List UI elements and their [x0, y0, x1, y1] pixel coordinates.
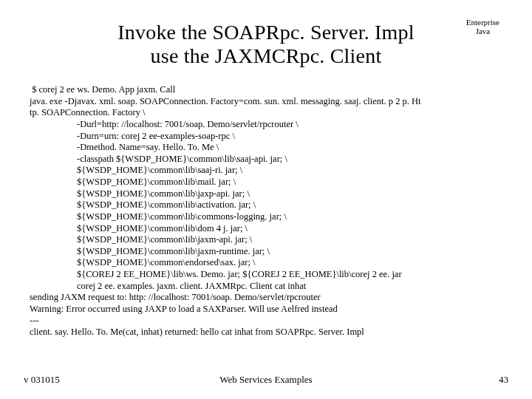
code-line: $ corej 2 ee ws. Demo. App jaxm. Call [30, 84, 175, 95]
code-line: ${WSDP_HOME}\common\lib\jaxm-api. jar; \ [30, 234, 502, 246]
footer-title: Web Services Examples [24, 374, 508, 386]
code-line: ${WSDP_HOME}\common\lib\mail. jar; \ [30, 177, 502, 188]
footer-version: v 031015 [24, 374, 60, 386]
code-line: ${WSDP_HOME}\common\lib\dom 4 j. jar; \ [30, 223, 502, 235]
code-line: ${COREJ 2 EE_HOME}\lib\ws. Demo. jar; ${… [30, 269, 502, 281]
code-line: -Dmethod. Name=say. Hello. To. Me \ [30, 142, 502, 154]
footer: v 031015 Web Services Examples 43 [24, 374, 508, 386]
footer-page-number: 43 [499, 374, 508, 386]
code-line: -Durn=urn: corej 2 ee-examples-soap-rpc … [30, 131, 502, 143]
code-line: ${WSDP_HOME}\common\lib\commons-logging.… [30, 211, 502, 223]
corner-label-line2: Java [466, 27, 499, 35]
code-line: ${WSDP_HOME}\common\lib\activation. jar;… [30, 200, 502, 211]
code-line: -Durl=http: //localhost: 7001/soap. Demo… [30, 119, 502, 131]
code-line: Warning: Error occurred using JAXP to lo… [30, 304, 338, 314]
code-block: $ corej 2 ee ws. Demo. App jaxm. Call ja… [30, 71, 502, 338]
code-line: tp. SOAPConnection. Factory \ [30, 107, 146, 117]
code-line: client. say. Hello. To. Me(cat, inhat) r… [30, 327, 364, 337]
code-line: ${WSDP_HOME}\common\lib\jaxm-runtime. ja… [30, 246, 502, 258]
code-line: java. exe -Djavax. xml. soap. SOAPConnec… [30, 96, 421, 106]
code-line: ${WSDP_HOME}\common\lib\saaj-ri. jar; \ [30, 165, 502, 177]
code-line: ${WSDP_HOME}\common\endorsed\sax. jar; \ [30, 257, 502, 269]
code-line: sending JAXM request to: http: //localho… [30, 292, 321, 302]
slide-title-line2: use the JAXMCRpc. Client [59, 44, 473, 68]
slide-title: Invoke the SOAPRpc. Server. Impl use the… [30, 15, 502, 71]
code-line: --- [30, 316, 39, 326]
corner-label-line1: Enterprise [466, 18, 499, 27]
corner-label: Enterprise Java [466, 18, 499, 35]
slide-title-line1: Invoke the SOAPRpc. Server. Impl [59, 21, 473, 44]
code-line: -classpath ${WSDP_HOME}\common\lib\saaj-… [30, 154, 502, 166]
code-line: corej 2 ee. examples. jaxm. client. JAXM… [30, 281, 502, 293]
code-line: ${WSDP_HOME}\common\lib\jaxp-api. jar; \ [30, 188, 502, 200]
